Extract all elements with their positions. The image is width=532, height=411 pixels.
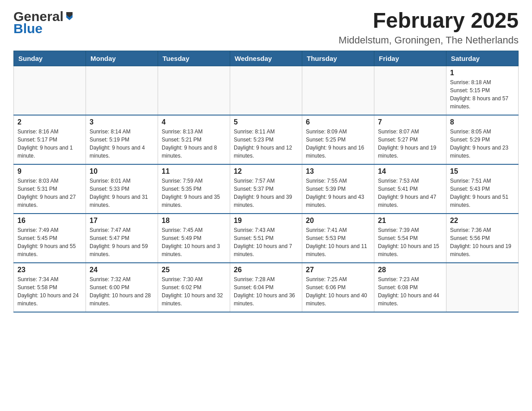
header-wednesday: Wednesday [230, 51, 302, 66]
calendar-cell: 3Sunrise: 8:14 AMSunset: 5:19 PMDaylight… [86, 115, 158, 164]
header-saturday: Saturday [446, 51, 519, 66]
day-info-text: Sunset: 5:43 PM [450, 185, 515, 193]
calendar-cell: 21Sunrise: 7:39 AMSunset: 5:54 PMDayligh… [374, 214, 446, 263]
day-info-text: Daylight: 10 hours and 32 minutes. [162, 291, 226, 308]
calendar-cell: 2Sunrise: 8:16 AMSunset: 5:17 PMDaylight… [14, 115, 86, 164]
calendar-cell: 7Sunrise: 8:07 AMSunset: 5:27 PMDaylight… [374, 115, 446, 164]
day-info-text: Sunrise: 8:05 AM [450, 128, 515, 136]
header-tuesday: Tuesday [158, 51, 230, 66]
day-info-text: Sunrise: 7:53 AM [378, 177, 442, 185]
day-info-text: Sunset: 5:56 PM [450, 234, 515, 242]
logo: General Blue [13, 9, 74, 36]
day-info-text: Sunset: 6:06 PM [306, 283, 370, 291]
day-info-text: Sunset: 6:04 PM [234, 283, 298, 291]
page-header: General Blue February 2025 Middelstum, G… [13, 9, 519, 46]
day-info-text: Sunrise: 7:55 AM [306, 177, 370, 185]
calendar-cell: 25Sunrise: 7:30 AMSunset: 6:02 PMDayligh… [158, 263, 230, 312]
day-info-text: Daylight: 9 hours and 55 minutes. [17, 242, 82, 258]
day-info-text: Daylight: 10 hours and 3 minutes. [162, 242, 226, 258]
day-info-text: Daylight: 10 hours and 7 minutes. [234, 242, 298, 258]
calendar-week-row: 2Sunrise: 8:16 AMSunset: 5:17 PMDaylight… [14, 115, 519, 164]
day-info-text: Daylight: 9 hours and 43 minutes. [306, 193, 370, 209]
calendar-cell: 22Sunrise: 7:36 AMSunset: 5:56 PMDayligh… [446, 214, 519, 263]
calendar-cell: 13Sunrise: 7:55 AMSunset: 5:39 PMDayligh… [302, 164, 374, 214]
day-info-text: Sunrise: 8:07 AM [378, 128, 442, 136]
calendar-cell: 15Sunrise: 7:51 AMSunset: 5:43 PMDayligh… [446, 164, 519, 214]
logo-blue: Blue [13, 21, 74, 36]
day-info-text: Daylight: 9 hours and 1 minute. [17, 144, 82, 160]
day-info-text: Sunset: 5:31 PM [17, 185, 82, 193]
day-info-text: Daylight: 10 hours and 24 minutes. [17, 291, 82, 308]
day-info-text: Sunset: 5:19 PM [90, 136, 154, 144]
day-info-text: Sunrise: 7:43 AM [234, 226, 298, 234]
day-info-text: Sunrise: 7:41 AM [306, 226, 370, 234]
day-info-text: Sunset: 6:00 PM [90, 283, 154, 291]
calendar-cell: 14Sunrise: 7:53 AMSunset: 5:41 PMDayligh… [374, 164, 446, 214]
day-info-text: Daylight: 9 hours and 23 minutes. [450, 144, 515, 160]
day-info-text: Daylight: 9 hours and 19 minutes. [378, 144, 442, 160]
logo-arrow-icon [64, 11, 74, 21]
day-number: 5 [234, 118, 298, 126]
day-info-text: Sunset: 5:35 PM [162, 185, 226, 193]
day-number: 10 [90, 167, 154, 176]
calendar-cell: 16Sunrise: 7:49 AMSunset: 5:45 PMDayligh… [14, 214, 86, 263]
calendar-week-row: 23Sunrise: 7:34 AMSunset: 5:58 PMDayligh… [14, 263, 519, 312]
calendar-cell: 9Sunrise: 8:03 AMSunset: 5:31 PMDaylight… [14, 164, 86, 214]
day-info-text: Sunset: 5:23 PM [234, 136, 298, 144]
day-info-text: Daylight: 10 hours and 40 minutes. [306, 291, 370, 308]
day-info-text: Sunset: 5:54 PM [378, 234, 442, 242]
day-number: 17 [90, 217, 154, 225]
day-info-text: Daylight: 9 hours and 51 minutes. [450, 193, 515, 209]
day-number: 12 [234, 167, 298, 176]
day-info-text: Sunrise: 7:39 AM [378, 226, 442, 234]
day-number: 1 [450, 69, 515, 77]
day-info-text: Sunrise: 7:28 AM [234, 275, 298, 283]
day-info-text: Daylight: 9 hours and 27 minutes. [17, 193, 82, 209]
day-info-text: Daylight: 9 hours and 31 minutes. [90, 193, 154, 209]
day-info-text: Sunrise: 8:11 AM [234, 128, 298, 136]
location-title: Middelstum, Groningen, The Netherlands [339, 34, 519, 46]
day-info-text: Daylight: 9 hours and 8 minutes. [162, 144, 226, 160]
day-info-text: Daylight: 10 hours and 15 minutes. [378, 242, 442, 258]
day-number: 26 [234, 266, 298, 274]
day-info-text: Sunset: 5:41 PM [378, 185, 442, 193]
day-number: 3 [90, 118, 154, 126]
day-info-text: Sunrise: 8:09 AM [306, 128, 370, 136]
day-number: 9 [17, 167, 82, 176]
day-info-text: Sunrise: 8:16 AM [17, 128, 82, 136]
day-info-text: Sunrise: 7:47 AM [90, 226, 154, 234]
calendar-week-row: 16Sunrise: 7:49 AMSunset: 5:45 PMDayligh… [14, 214, 519, 263]
calendar-cell [374, 66, 446, 115]
header-monday: Monday [86, 51, 158, 66]
day-info-text: Sunset: 5:51 PM [234, 234, 298, 242]
day-number: 28 [378, 266, 442, 274]
day-number: 13 [306, 167, 370, 176]
day-number: 22 [450, 217, 515, 225]
calendar-cell: 23Sunrise: 7:34 AMSunset: 5:58 PMDayligh… [14, 263, 86, 312]
day-info-text: Sunrise: 8:01 AM [90, 177, 154, 185]
day-info-text: Sunrise: 7:36 AM [450, 226, 515, 234]
day-info-text: Sunrise: 7:57 AM [234, 177, 298, 185]
day-number: 6 [306, 118, 370, 126]
day-info-text: Sunset: 5:25 PM [306, 136, 370, 144]
calendar-cell [158, 66, 230, 115]
day-info-text: Daylight: 9 hours and 59 minutes. [90, 242, 154, 258]
calendar-cell: 20Sunrise: 7:41 AMSunset: 5:53 PMDayligh… [302, 214, 374, 263]
day-info-text: Sunset: 5:29 PM [450, 136, 515, 144]
calendar-week-row: 9Sunrise: 8:03 AMSunset: 5:31 PMDaylight… [14, 164, 519, 214]
day-info-text: Daylight: 9 hours and 4 minutes. [90, 144, 154, 160]
day-number: 24 [90, 266, 154, 274]
day-info-text: Daylight: 9 hours and 16 minutes. [306, 144, 370, 160]
day-info-text: Sunset: 5:27 PM [378, 136, 442, 144]
header-sunday: Sunday [14, 51, 86, 66]
day-info-text: Sunrise: 7:30 AM [162, 275, 226, 283]
day-info-text: Daylight: 9 hours and 47 minutes. [378, 193, 442, 209]
day-info-text: Sunset: 5:58 PM [17, 283, 82, 291]
calendar-cell: 18Sunrise: 7:45 AMSunset: 5:49 PMDayligh… [158, 214, 230, 263]
calendar-cell: 4Sunrise: 8:13 AMSunset: 5:21 PMDaylight… [158, 115, 230, 164]
day-number: 16 [17, 217, 82, 225]
day-info-text: Sunrise: 7:59 AM [162, 177, 226, 185]
day-number: 18 [162, 217, 226, 225]
day-info-text: Daylight: 10 hours and 36 minutes. [234, 291, 298, 308]
header-friday: Friday [374, 51, 446, 66]
